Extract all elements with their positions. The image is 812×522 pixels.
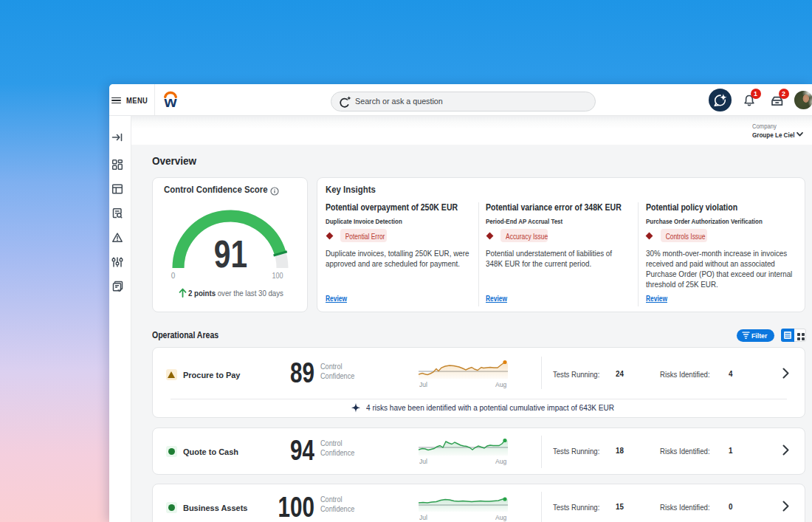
svg-text:w: w — [163, 93, 177, 110]
